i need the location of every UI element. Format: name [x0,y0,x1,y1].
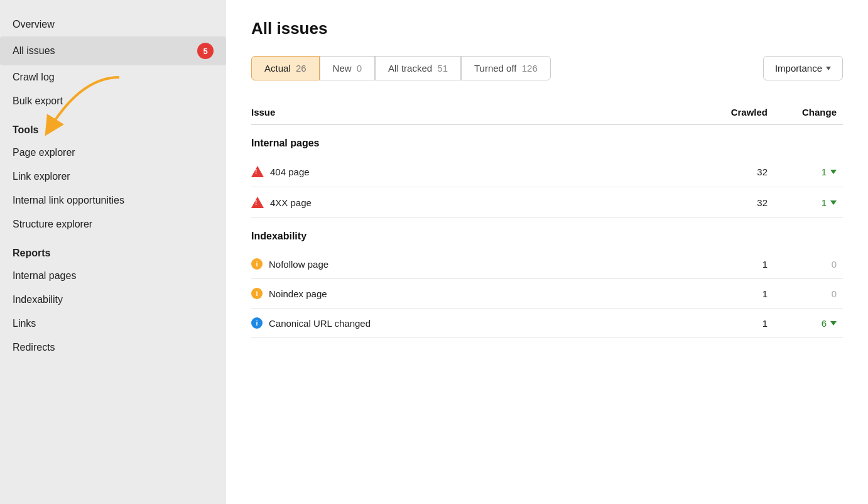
info-yellow-icon: i [251,258,263,270]
sidebar-item-structure-explorer[interactable]: Structure explorer [0,212,226,236]
issue-name-404: 404 page [251,165,692,178]
warning-icon [251,196,264,209]
table-row[interactable]: 4XX page 32 1 [251,187,843,218]
sidebar-item-links[interactable]: Links [0,312,226,336]
all-issues-badge: 5 [197,43,214,59]
header-crawled: Crawled [692,107,768,118]
sidebar-item-indexability[interactable]: Indexability [0,288,226,312]
sidebar-item-link-explorer[interactable]: Link explorer [0,165,226,189]
sidebar-item-crawl-log[interactable]: Crawl log [0,65,226,89]
table-row[interactable]: i Noindex page 1 0 [251,279,843,309]
change-canonical: 6 [768,318,843,329]
chevron-down-icon [830,170,837,174]
tab-all-tracked[interactable]: All tracked 51 [375,56,461,80]
tab-actual[interactable]: Actual 26 [251,56,320,80]
info-blue-icon: i [251,317,263,329]
crawled-canonical: 1 [692,318,768,329]
header-change: Change [768,107,843,118]
chevron-down-icon [830,200,837,205]
sidebar-item-page-explorer[interactable]: Page explorer [0,141,226,165]
issue-name-nofollow: i Nofollow page [251,258,692,270]
main-content: All issues Actual 26 New 0 All tracked 5… [226,0,868,504]
issue-name-canonical: i Canonical URL changed [251,317,692,329]
info-yellow-icon: i [251,288,263,299]
table-row[interactable]: 404 page 32 1 [251,156,843,187]
sidebar-item-bulk-export[interactable]: Bulk export [0,89,226,113]
sidebar-item-redirects[interactable]: Redirects [0,336,226,359]
warning-icon [251,165,264,178]
change-4xx: 1 [768,197,843,208]
sidebar-item-internal-pages[interactable]: Internal pages [0,264,226,288]
issue-name-noindex: i Noindex page [251,288,692,299]
section-internal-pages: Internal pages [251,125,843,156]
sidebar-item-overview[interactable]: Overview [0,13,226,36]
tab-new[interactable]: New 0 [320,56,376,80]
sidebar: Overview All issues 5 Crawl log Bulk exp… [0,0,226,504]
table-header: Issue Crawled Change [251,101,843,125]
importance-dropdown[interactable]: Importance [763,56,843,80]
change-noindex: 0 [768,288,843,299]
crawled-404: 32 [692,167,768,177]
section-header-reports: Reports [0,236,226,264]
table-row[interactable]: i Nofollow page 1 0 [251,249,843,279]
sidebar-item-internal-link-opportunities[interactable]: Internal link opportunities [0,189,226,212]
table-row[interactable]: i Canonical URL changed 1 6 [251,309,843,338]
change-nofollow: 0 [768,259,843,270]
chevron-down-icon [830,321,837,326]
section-header-tools: Tools [0,113,226,141]
crawled-noindex: 1 [692,288,768,299]
page-title: All issues [251,19,843,38]
chevron-down-icon [826,67,831,70]
crawled-nofollow: 1 [692,259,768,270]
issue-name-4xx: 4XX page [251,196,692,209]
tab-turned-off[interactable]: Turned off 126 [461,56,551,80]
sidebar-item-all-issues[interactable]: All issues 5 [0,36,226,65]
header-issue: Issue [251,107,692,118]
change-404: 1 [768,167,843,177]
tabs-row: Actual 26 New 0 All tracked 51 Turned of… [251,56,843,80]
crawled-4xx: 32 [692,197,768,208]
issues-table: Issue Crawled Change Internal pages 404 … [251,101,843,338]
section-indexability: Indexability [251,218,843,249]
